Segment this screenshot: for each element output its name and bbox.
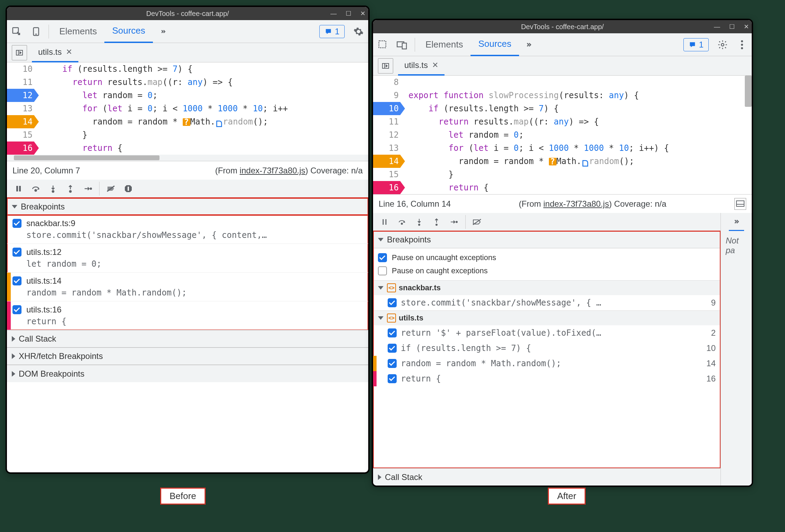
messages-pill[interactable]: 1: [319, 25, 345, 38]
breakpoint-item[interactable]: utils.ts:14random = random * Math.random…: [7, 273, 368, 301]
close-tab-icon[interactable]: ✕: [66, 48, 72, 57]
code-line[interactable]: random = random * ?Math.random();: [39, 115, 268, 128]
close-tab-icon[interactable]: ✕: [432, 61, 438, 70]
code-line[interactable]: return {: [405, 181, 489, 194]
close-icon[interactable]: ✕: [360, 10, 365, 17]
breakpoint-checkbox[interactable]: [12, 248, 21, 257]
deactivate-breakpoints-icon[interactable]: [470, 215, 484, 229]
gutter-line[interactable]: 14?: [7, 115, 39, 128]
section-xhr-breakpoints[interactable]: XHR/fetch Breakpoints: [7, 347, 368, 365]
gutter-line[interactable]: 11: [7, 76, 39, 89]
gutter-line[interactable]: 14?: [373, 155, 405, 168]
gutter-line[interactable]: 13: [373, 141, 405, 155]
minimize-icon[interactable]: ―: [330, 10, 337, 17]
code-line[interactable]: }: [39, 128, 87, 141]
breakpoint-checkbox[interactable]: [388, 344, 397, 353]
gutter-line[interactable]: 10: [373, 102, 405, 115]
section-breakpoints[interactable]: Breakpoints: [7, 198, 368, 215]
breakpoint-item[interactable]: snackbar.ts:9store.commit('snackbar/show…: [7, 215, 368, 244]
code-line[interactable]: random = random * ?Math.random();: [405, 155, 634, 168]
breakpoint-checkbox[interactable]: [388, 359, 397, 368]
gutter-line[interactable]: 15: [373, 168, 405, 181]
breakpoint-item[interactable]: if (results.length >= 7) {10: [373, 341, 721, 356]
section-dom-breakpoints[interactable]: DOM Breakpoints: [7, 365, 368, 382]
pause-option[interactable]: Pause on uncaught exceptions: [378, 251, 716, 264]
breakpoint-checkbox[interactable]: [12, 276, 21, 285]
step-over-icon[interactable]: [395, 215, 409, 229]
code-line[interactable]: }: [405, 168, 454, 181]
toggle-navigator-icon[interactable]: [378, 58, 393, 74]
section-breakpoints[interactable]: Breakpoints: [373, 231, 721, 248]
v-scrollbar[interactable]: [745, 76, 752, 107]
step-over-icon[interactable]: [28, 181, 43, 196]
breakpoint-checkbox[interactable]: [12, 305, 21, 314]
breakpoint-item[interactable]: store.commit('snackbar/showMessage', { ……: [373, 295, 721, 310]
code-line[interactable]: [405, 76, 408, 89]
code-line[interactable]: let random = 0;: [39, 89, 157, 102]
step-icon[interactable]: [80, 181, 95, 196]
breakpoint-checkbox[interactable]: [388, 298, 397, 307]
deactivate-breakpoints-icon[interactable]: [104, 181, 118, 196]
code-line[interactable]: return results.map((r: any) => {: [39, 76, 233, 89]
gutter-line[interactable]: 15: [7, 128, 39, 141]
breakpoint-item[interactable]: utils.ts:16return {: [7, 301, 368, 330]
toggle-navigator-icon[interactable]: [12, 45, 27, 60]
step-into-icon[interactable]: [46, 181, 60, 196]
code-line[interactable]: export function slowProcessing(results: …: [405, 89, 639, 102]
gutter-line[interactable]: 8: [373, 76, 405, 89]
step-out-icon[interactable]: [63, 181, 78, 196]
breakpoint-item[interactable]: utils.ts:12let random = 0;: [7, 244, 368, 273]
breakpoint-item[interactable]: random = random * Math.random();14: [373, 356, 721, 371]
gutter-line[interactable]: 16•••: [7, 141, 39, 155]
pause-icon[interactable]: [11, 181, 26, 196]
file-tab-utils[interactable]: utils.ts ✕: [32, 43, 78, 62]
code-line[interactable]: if (results.length >= 7) {: [405, 102, 559, 115]
code-line[interactable]: for (let i = 0; i < 1000 * 1000 * 10; i+…: [39, 102, 288, 115]
code-line[interactable]: return results.map((r: any) => {: [405, 115, 599, 128]
code-line[interactable]: for (let i = 0; i < 1000 * 1000 * 10; i+…: [405, 141, 669, 155]
gutter-line[interactable]: 9: [373, 89, 405, 102]
tab-elements[interactable]: Elements: [418, 33, 471, 56]
breakpoint-item[interactable]: return '$' + parseFloat(value).toFixed(……: [373, 325, 721, 341]
messages-pill[interactable]: 1: [683, 38, 709, 51]
more-tabs-icon[interactable]: [155, 24, 170, 39]
h-scrollbar[interactable]: [14, 155, 159, 160]
step-icon[interactable]: [447, 215, 461, 229]
gutter-line[interactable]: 13: [7, 102, 39, 115]
more-tabs-icon[interactable]: [729, 216, 744, 231]
checkbox[interactable]: [378, 253, 387, 262]
tab-elements[interactable]: Elements: [52, 20, 104, 43]
gutter-line[interactable]: 12: [7, 89, 39, 102]
kebab-icon[interactable]: [734, 37, 750, 52]
code-line[interactable]: let random = 0;: [405, 128, 524, 141]
breakpoint-group-header[interactable]: <>utils.ts: [373, 310, 721, 325]
code-editor[interactable]: 89export function slowProcessing(results…: [373, 76, 752, 194]
pause-option[interactable]: Pause on caught exceptions: [378, 264, 716, 277]
gutter-line[interactable]: 10: [7, 62, 39, 76]
gutter-line[interactable]: 12: [373, 128, 405, 141]
section-call-stack[interactable]: Call Stack: [373, 468, 721, 486]
settings-icon[interactable]: [715, 37, 730, 52]
code-line[interactable]: if (results.length >= 7) {: [39, 62, 193, 76]
code-editor[interactable]: 10 if (results.length >= 7) {11 return r…: [7, 62, 368, 155]
toggle-panel-icon[interactable]: [734, 198, 746, 210]
breakpoint-checkbox[interactable]: [388, 328, 397, 337]
code-line[interactable]: return {: [39, 141, 122, 155]
device-icon[interactable]: [28, 24, 44, 39]
settings-icon[interactable]: [351, 24, 366, 39]
breakpoint-checkbox[interactable]: [12, 219, 21, 228]
minimize-icon[interactable]: ―: [714, 24, 720, 30]
gutter-line[interactable]: 11: [373, 115, 405, 128]
breakpoint-checkbox[interactable]: [388, 374, 397, 383]
breakpoint-group-header[interactable]: <>snackbar.ts: [373, 280, 721, 295]
step-into-icon[interactable]: [412, 215, 426, 229]
tab-sources[interactable]: Sources: [471, 33, 519, 56]
file-tab-utils[interactable]: utils.ts ✕: [398, 56, 445, 76]
device-icon[interactable]: [395, 37, 410, 52]
checkbox[interactable]: [378, 266, 387, 275]
more-tabs-icon[interactable]: [521, 37, 536, 52]
step-out-icon[interactable]: [429, 215, 444, 229]
breakpoint-item[interactable]: return {16: [373, 371, 721, 386]
tab-sources[interactable]: Sources: [104, 20, 153, 43]
gutter-line[interactable]: 16•••: [373, 181, 405, 194]
